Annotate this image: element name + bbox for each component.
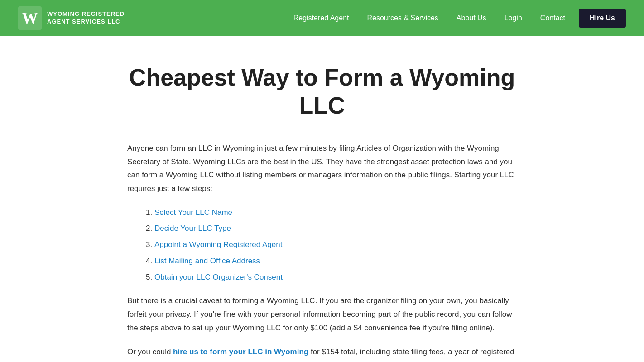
step2-link[interactable]: Decide Your LLC Type (154, 224, 231, 233)
list-item: Appoint a Wyoming Registered Agent (154, 237, 517, 253)
nav-link-contact[interactable]: Contact (531, 0, 574, 36)
page-title: Cheapest Way to Form a Wyoming LLC (127, 63, 517, 120)
nav-link-registered-agent[interactable]: Registered Agent (284, 0, 358, 36)
navbar: W WYOMING REGISTERED AGENT SERVICES LLC … (0, 0, 644, 36)
brand-text: WYOMING REGISTERED AGENT SERVICES LLC (47, 10, 125, 26)
hire-us-paragraph: Or you could hire us to form your LLC in… (127, 345, 517, 362)
intro-paragraph: Anyone can form an LLC in Wyoming in jus… (127, 142, 517, 195)
brand-logo-icon: W (18, 6, 42, 30)
hire-us-link[interactable]: hire us to form your LLC in Wyoming (173, 348, 308, 356)
list-item: Obtain your LLC Organizer's Consent (154, 269, 517, 286)
brand-name-line2: AGENT SERVICES LLC (47, 18, 125, 26)
steps-list: Select Your LLC Name Decide Your LLC Typ… (154, 205, 517, 285)
brand-logo-link[interactable]: W WYOMING REGISTERED AGENT SERVICES LLC (18, 6, 125, 30)
svg-text:W: W (22, 9, 38, 27)
hire-us-prefix: Or you could (127, 348, 173, 356)
navbar-nav: Registered Agent Resources & Services Ab… (284, 0, 626, 36)
caveat-paragraph: But there is a crucial caveat to forming… (127, 294, 517, 334)
list-item: List Mailing and Office Address (154, 253, 517, 269)
hire-us-button[interactable]: Hire Us (579, 9, 626, 28)
nav-link-resources-services[interactable]: Resources & Services (358, 0, 447, 36)
step5-link[interactable]: Obtain your LLC Organizer's Consent (154, 273, 283, 281)
list-item: Decide Your LLC Type (154, 220, 517, 237)
main-content: Cheapest Way to Form a Wyoming LLC Anyon… (118, 36, 526, 362)
step1-link[interactable]: Select Your LLC Name (154, 208, 232, 217)
step4-link[interactable]: List Mailing and Office Address (154, 257, 260, 265)
nav-link-login[interactable]: Login (495, 0, 531, 36)
list-item: Select Your LLC Name (154, 205, 517, 221)
nav-link-about-us[interactable]: About Us (447, 0, 495, 36)
brand-name-line1: WYOMING REGISTERED (47, 10, 125, 18)
step3-link[interactable]: Appoint a Wyoming Registered Agent (154, 240, 282, 249)
